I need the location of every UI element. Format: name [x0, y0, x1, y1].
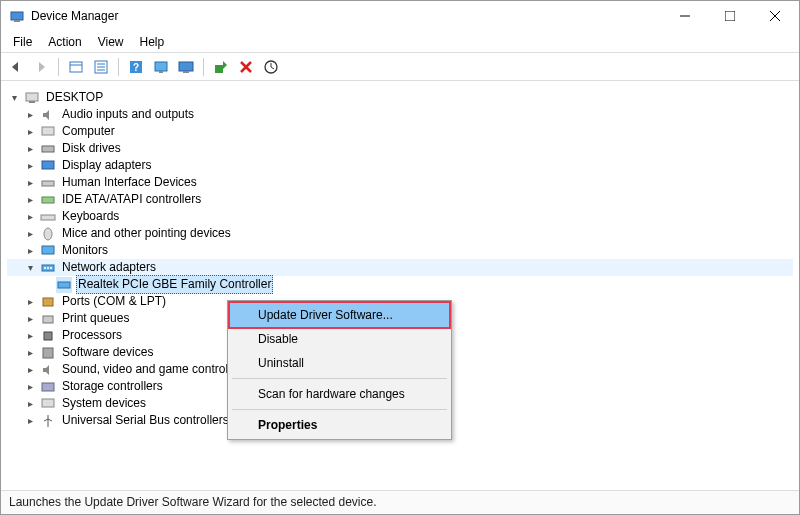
svg-rect-26: [42, 161, 54, 169]
tree-label: Print queues: [60, 310, 131, 327]
menu-file[interactable]: File: [5, 33, 40, 51]
tree-label: Monitors: [60, 242, 110, 259]
svg-rect-24: [42, 127, 54, 135]
context-menu: Update Driver Software... Disable Uninst…: [227, 300, 452, 440]
svg-rect-18: [215, 65, 223, 73]
chevron-right-icon[interactable]: ▸: [23, 243, 38, 258]
chevron-right-icon[interactable]: ▸: [23, 311, 38, 326]
svg-rect-23: [29, 101, 35, 103]
ctx-update-driver[interactable]: Update Driver Software...: [230, 303, 449, 327]
tree-item-computer[interactable]: ▸ Computer: [7, 123, 793, 140]
tree-label: Mice and other pointing devices: [60, 225, 233, 242]
display-icon: [40, 158, 56, 174]
monitor-icon: [40, 243, 56, 259]
tree-item-keyboards[interactable]: ▸ Keyboards: [7, 208, 793, 225]
tree-item-ide[interactable]: ▸ IDE ATA/ATAPI controllers: [7, 191, 793, 208]
menu-action[interactable]: Action: [40, 33, 89, 51]
svg-rect-25: [42, 146, 54, 152]
svg-rect-29: [41, 215, 55, 220]
tree-item-hid[interactable]: ▸ Human Interface Devices: [7, 174, 793, 191]
tree-root[interactable]: ▾ DESKTOP: [7, 89, 793, 106]
ctx-uninstall[interactable]: Uninstall: [230, 351, 449, 375]
tree-item-network[interactable]: ▾ Network adapters: [7, 259, 793, 276]
tree-label: Audio inputs and outputs: [60, 106, 196, 123]
tree-label: Disk drives: [60, 140, 123, 157]
chevron-right-icon[interactable]: ▸: [23, 192, 38, 207]
title-bar: Device Manager: [1, 1, 799, 31]
chevron-right-icon[interactable]: ▸: [23, 345, 38, 360]
menu-view[interactable]: View: [90, 33, 132, 51]
ctx-separator: [232, 409, 447, 410]
chevron-right-icon[interactable]: ▸: [23, 362, 38, 377]
svg-rect-1: [14, 20, 20, 22]
ctx-separator: [232, 378, 447, 379]
svg-rect-17: [183, 71, 189, 73]
chevron-right-icon[interactable]: ▸: [23, 226, 38, 241]
close-button[interactable]: [752, 2, 797, 30]
disable-button[interactable]: [260, 56, 282, 78]
chevron-right-icon[interactable]: ▸: [23, 379, 38, 394]
svg-rect-39: [44, 332, 52, 340]
toolbar-separator: [203, 58, 204, 76]
help-button[interactable]: ?: [125, 56, 147, 78]
tree-root-label: DESKTOP: [44, 89, 105, 106]
app-icon: [9, 8, 25, 24]
chevron-right-icon[interactable]: ▸: [23, 175, 38, 190]
tree-item-mice[interactable]: ▸ Mice and other pointing devices: [7, 225, 793, 242]
svg-rect-6: [70, 62, 82, 72]
forward-button[interactable]: [30, 56, 52, 78]
storage-icon: [40, 379, 56, 395]
back-button[interactable]: [5, 56, 27, 78]
svg-rect-27: [42, 181, 54, 186]
tree-label: Processors: [60, 327, 124, 344]
port-icon: [40, 294, 56, 310]
keyboard-icon: [40, 209, 56, 225]
update-driver-button[interactable]: [210, 56, 232, 78]
svg-rect-22: [26, 93, 38, 101]
ctx-scan[interactable]: Scan for hardware changes: [230, 382, 449, 406]
show-hide-console-button[interactable]: [65, 56, 87, 78]
chevron-right-icon[interactable]: ▸: [23, 107, 38, 122]
cpu-icon: [40, 328, 56, 344]
svg-point-34: [47, 267, 49, 269]
scan-hardware-button[interactable]: [150, 56, 172, 78]
chevron-right-icon[interactable]: ▸: [23, 158, 38, 173]
chevron-right-icon[interactable]: ▸: [23, 413, 38, 428]
menu-bar: File Action View Help: [1, 31, 799, 53]
chevron-right-icon[interactable]: ▸: [23, 396, 38, 411]
chevron-right-icon[interactable]: ▸: [23, 209, 38, 224]
monitor-view-button[interactable]: [175, 56, 197, 78]
usb-icon: [40, 413, 56, 429]
tree-label: Human Interface Devices: [60, 174, 199, 191]
maximize-button[interactable]: [707, 2, 752, 30]
chevron-down-icon[interactable]: ▾: [23, 260, 38, 275]
software-icon: [40, 345, 56, 361]
tree-label: Software devices: [60, 344, 155, 361]
tree-item-network-child[interactable]: Realtek PCIe GBE Family Controller: [7, 276, 793, 293]
chevron-right-icon[interactable]: ▸: [23, 124, 38, 139]
tree-item-monitors[interactable]: ▸ Monitors: [7, 242, 793, 259]
svg-rect-37: [43, 298, 53, 306]
properties-button[interactable]: [90, 56, 112, 78]
svg-rect-42: [42, 399, 54, 407]
chevron-none: [39, 277, 54, 292]
ctx-properties[interactable]: Properties: [230, 413, 449, 437]
uninstall-button[interactable]: [235, 56, 257, 78]
svg-rect-16: [179, 62, 193, 71]
tree-item-disk[interactable]: ▸ Disk drives: [7, 140, 793, 157]
chevron-right-icon[interactable]: ▸: [23, 141, 38, 156]
svg-point-33: [44, 267, 46, 269]
computer-icon: [40, 124, 56, 140]
window-title: Device Manager: [31, 9, 662, 23]
chevron-right-icon[interactable]: ▸: [23, 328, 38, 343]
toolbar: ?: [1, 53, 799, 81]
tree-item-audio[interactable]: ▸ Audio inputs and outputs: [7, 106, 793, 123]
menu-help[interactable]: Help: [132, 33, 173, 51]
chevron-right-icon[interactable]: ▸: [23, 294, 38, 309]
ctx-disable[interactable]: Disable: [230, 327, 449, 351]
tree-item-display[interactable]: ▸ Display adapters: [7, 157, 793, 174]
svg-point-30: [44, 228, 52, 240]
svg-rect-28: [42, 197, 54, 203]
chevron-down-icon[interactable]: ▾: [7, 90, 22, 105]
minimize-button[interactable]: [662, 2, 707, 30]
